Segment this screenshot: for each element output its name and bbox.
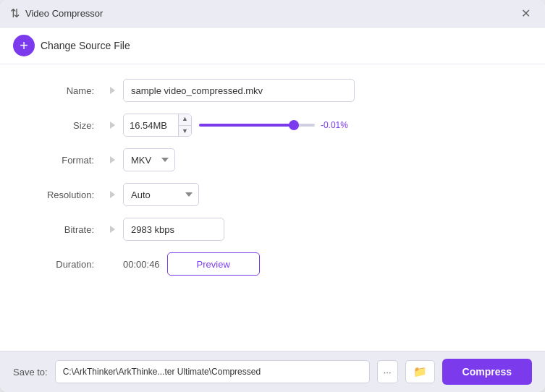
slider-pct: -0.01% xyxy=(321,120,348,130)
dots-button[interactable]: ··· xyxy=(377,360,398,383)
name-control xyxy=(123,79,523,102)
bitrate-control xyxy=(123,218,523,241)
change-source-button[interactable]: + Change Source File xyxy=(13,35,130,56)
preview-button[interactable]: Preview xyxy=(167,252,260,276)
bottom-bar: Save to: ··· 📁 Compress xyxy=(0,351,545,392)
close-button[interactable]: ✕ xyxy=(516,4,535,23)
format-arrow xyxy=(101,156,123,163)
size-label: Size: xyxy=(22,120,101,131)
resolution-label: Resolution: xyxy=(22,189,101,200)
toolbar: + Change Source File xyxy=(0,27,545,64)
size-control: 16.54MB ▲ ▼ -0.01% xyxy=(123,114,523,137)
size-spin-down[interactable]: ▼ xyxy=(179,126,191,137)
titlebar-left: ⇅ Video Compressor xyxy=(10,7,103,20)
format-label: Format: xyxy=(22,155,101,166)
app-window: ⇅ Video Compressor ✕ + Change Source Fil… xyxy=(0,0,545,392)
duration-label: Duration: xyxy=(22,259,101,270)
size-spin-up[interactable]: ▲ xyxy=(179,114,191,126)
folder-icon: 📁 xyxy=(413,365,427,378)
resolution-arrow xyxy=(101,191,123,198)
name-arrow xyxy=(101,87,123,94)
form-grid: Name: Size: 16.54MB ▲ ▼ -0.01% xyxy=(22,79,523,276)
size-spinner: ▲ ▼ xyxy=(178,114,191,137)
resolution-select[interactable]: Auto 1920x1080 1280x720 960x400 640x480 xyxy=(123,183,199,206)
duration-control: 00:00:46 Preview xyxy=(123,252,523,276)
save-path-input[interactable] xyxy=(55,360,370,383)
save-to-label: Save to: xyxy=(13,367,48,378)
name-input[interactable] xyxy=(123,79,355,102)
resolution-control: Auto 1920x1080 1280x720 960x400 640x480 xyxy=(123,183,523,206)
bitrate-arrow xyxy=(101,226,123,233)
folder-button[interactable]: 📁 xyxy=(405,360,435,383)
name-label: Name: xyxy=(22,85,101,96)
add-icon: + xyxy=(13,35,35,56)
main-content: Name: Size: 16.54MB ▲ ▼ -0.01% xyxy=(0,64,545,351)
format-control: MKV MP4 AVI MOV WMV xyxy=(123,148,523,171)
change-source-label: Change Source File xyxy=(41,40,130,51)
compress-button[interactable]: Compress xyxy=(442,359,532,385)
bitrate-label: Bitrate: xyxy=(22,224,101,235)
size-value-text: 16.54MB xyxy=(124,120,178,131)
duration-value: 00:00:46 xyxy=(123,259,160,270)
size-value-box: 16.54MB ▲ ▼ xyxy=(123,114,192,137)
format-select[interactable]: MKV MP4 AVI MOV WMV xyxy=(123,148,175,171)
bitrate-input[interactable] xyxy=(123,218,224,241)
window-title: Video Compressor xyxy=(25,8,103,19)
size-slider[interactable] xyxy=(199,124,315,127)
slider-wrap: -0.01% xyxy=(199,120,348,130)
size-arrow xyxy=(101,122,123,129)
app-icon: ⇅ xyxy=(10,7,20,20)
titlebar: ⇅ Video Compressor ✕ xyxy=(0,0,545,27)
